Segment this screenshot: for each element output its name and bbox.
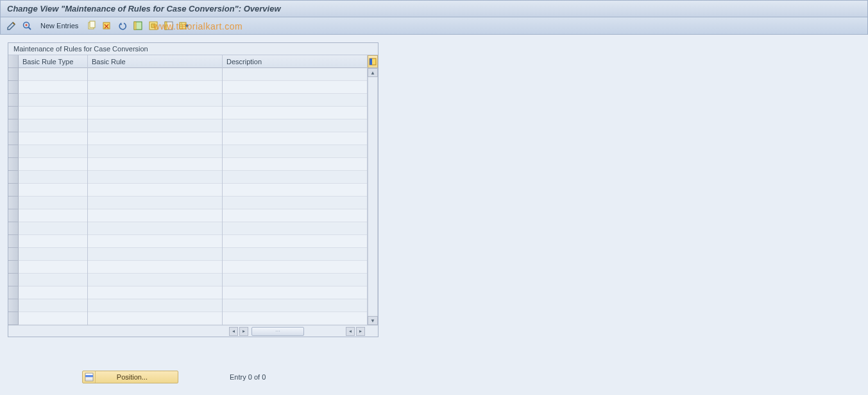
row-selector[interactable] — [8, 222, 19, 235]
table-configure-icon[interactable] — [368, 55, 378, 68]
table-cell[interactable] — [223, 68, 367, 81]
table-cell[interactable] — [19, 274, 87, 286]
table-cell[interactable] — [19, 222, 87, 235]
table-cell[interactable] — [223, 222, 367, 235]
scroll-handle-horizontal[interactable]: ⋯ — [251, 327, 304, 336]
table-cell[interactable] — [19, 197, 87, 209]
row-selector-header[interactable] — [8, 55, 19, 68]
table-cell[interactable] — [88, 209, 222, 222]
scroll-track-vertical[interactable] — [368, 77, 378, 316]
table-cell[interactable] — [223, 184, 367, 197]
table-cell[interactable] — [88, 286, 222, 299]
table-cell[interactable] — [88, 81, 222, 94]
table-cell[interactable] — [19, 119, 87, 132]
row-selector[interactable] — [8, 274, 19, 286]
table-cell[interactable] — [88, 197, 222, 209]
table-cell[interactable] — [19, 81, 87, 94]
table-cell[interactable] — [223, 248, 367, 261]
table-cell[interactable] — [223, 235, 367, 248]
table-cell[interactable] — [19, 184, 87, 197]
table-cell[interactable] — [19, 299, 87, 312]
table-cell[interactable] — [223, 171, 367, 184]
table-cell[interactable] — [223, 209, 367, 222]
table-cell[interactable] — [88, 235, 222, 248]
row-selector[interactable] — [8, 209, 19, 222]
table-cell[interactable] — [88, 119, 222, 132]
select-block-icon[interactable] — [148, 20, 159, 31]
position-button[interactable]: Position... — [82, 371, 178, 383]
table-cell[interactable] — [88, 132, 222, 145]
table-cell[interactable] — [19, 209, 87, 222]
table-cell[interactable] — [223, 158, 367, 171]
row-selector[interactable] — [8, 261, 19, 274]
row-selector[interactable] — [8, 132, 19, 145]
table-cell[interactable] — [88, 145, 222, 158]
table-cell[interactable] — [223, 132, 367, 145]
table-cell[interactable] — [88, 158, 222, 171]
select-all-icon[interactable] — [132, 20, 144, 31]
row-selector[interactable] — [8, 184, 19, 197]
column-header-basic-rule[interactable]: Basic Rule — [88, 55, 222, 68]
table-cell[interactable] — [223, 312, 367, 325]
table-cell[interactable] — [88, 107, 222, 119]
table-cell[interactable] — [19, 312, 87, 325]
table-cell[interactable] — [223, 197, 367, 209]
table-cell[interactable] — [19, 132, 87, 145]
table-cell[interactable] — [223, 107, 367, 119]
row-selector[interactable] — [8, 145, 19, 158]
row-selector[interactable] — [8, 158, 19, 171]
row-selector[interactable] — [8, 119, 19, 132]
undo-change-icon[interactable] — [117, 20, 128, 31]
table-cell[interactable] — [223, 94, 367, 107]
row-selector[interactable] — [8, 171, 19, 184]
table-cell[interactable] — [223, 299, 367, 312]
table-cell[interactable] — [223, 81, 367, 94]
row-selector[interactable] — [8, 94, 19, 107]
row-selector[interactable] — [8, 299, 19, 312]
column-header-description[interactable]: Description — [223, 55, 367, 68]
table-cell[interactable] — [19, 94, 87, 107]
row-selector[interactable] — [8, 312, 19, 325]
table-cell[interactable] — [88, 222, 222, 235]
table-cell[interactable] — [88, 171, 222, 184]
display-change-icon[interactable] — [6, 20, 17, 31]
row-selector[interactable] — [8, 197, 19, 209]
table-cell[interactable] — [19, 158, 87, 171]
table-cell[interactable] — [223, 145, 367, 158]
column-header-basic-rule-type[interactable]: Basic Rule Type — [19, 55, 87, 68]
table-cell[interactable] — [88, 274, 222, 286]
table-cell[interactable] — [19, 145, 87, 158]
table-cell[interactable] — [19, 261, 87, 274]
delete-icon[interactable] — [101, 20, 113, 31]
scroll-left-icon[interactable]: ▸ — [239, 327, 248, 336]
table-cell[interactable] — [19, 235, 87, 248]
scroll-right-last-icon[interactable]: ▸ — [356, 327, 365, 336]
row-selector[interactable] — [8, 248, 19, 261]
table-cell[interactable] — [88, 299, 222, 312]
row-selector[interactable] — [8, 107, 19, 119]
copy-as-icon[interactable] — [86, 20, 98, 31]
table-cell[interactable] — [88, 261, 222, 274]
table-cell[interactable] — [223, 119, 367, 132]
table-cell[interactable] — [19, 286, 87, 299]
row-selector[interactable] — [8, 235, 19, 248]
scroll-left-first-icon[interactable]: ◂ — [229, 327, 238, 336]
table-cell[interactable] — [223, 274, 367, 286]
row-selector[interactable] — [8, 286, 19, 299]
table-cell[interactable] — [88, 184, 222, 197]
table-cell[interactable] — [19, 107, 87, 119]
new-entries-button[interactable]: New Entries — [37, 21, 82, 31]
table-cell[interactable] — [88, 248, 222, 261]
table-cell[interactable] — [88, 312, 222, 325]
table-cell[interactable] — [223, 286, 367, 299]
scroll-right-icon[interactable]: ◂ — [346, 327, 355, 336]
table-cell[interactable] — [19, 248, 87, 261]
row-selector[interactable] — [8, 68, 19, 81]
table-cell[interactable] — [19, 171, 87, 184]
deselect-all-icon[interactable] — [163, 20, 174, 31]
row-selector[interactable] — [8, 81, 19, 94]
other-view-icon[interactable] — [21, 20, 33, 31]
table-cell[interactable] — [88, 94, 222, 107]
table-cell[interactable] — [88, 68, 222, 81]
scroll-down-icon[interactable]: ▼ — [368, 316, 378, 325]
